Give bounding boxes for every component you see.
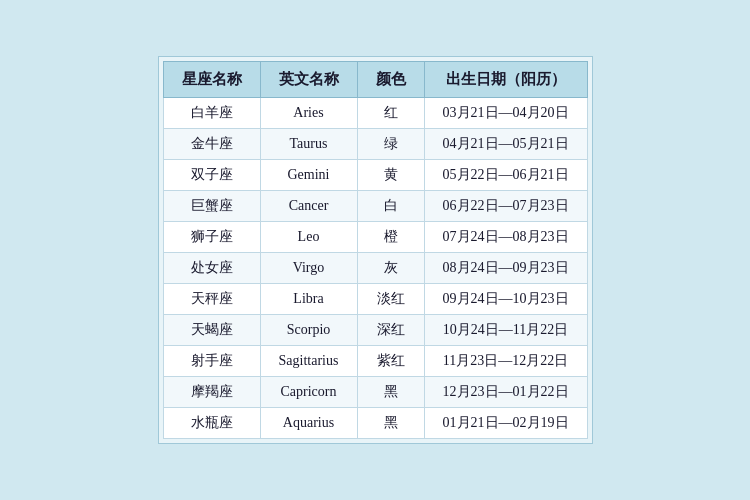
cell-row9-col0: 摩羯座 (163, 377, 260, 408)
cell-row4-col2: 橙 (357, 222, 424, 253)
cell-row3-col0: 巨蟹座 (163, 191, 260, 222)
cell-row1-col2: 绿 (357, 129, 424, 160)
table-row: 射手座Sagittarius紫红11月23日—12月22日 (163, 346, 587, 377)
cell-row4-col0: 狮子座 (163, 222, 260, 253)
cell-row5-col0: 处女座 (163, 253, 260, 284)
cell-row9-col2: 黑 (357, 377, 424, 408)
cell-row2-col1: Gemini (260, 160, 357, 191)
cell-row0-col3: 03月21日—04月20日 (424, 98, 587, 129)
cell-row7-col1: Scorpio (260, 315, 357, 346)
table-row: 狮子座Leo橙07月24日—08月23日 (163, 222, 587, 253)
cell-row8-col1: Sagittarius (260, 346, 357, 377)
cell-row1-col1: Taurus (260, 129, 357, 160)
table-row: 处女座Virgo灰08月24日—09月23日 (163, 253, 587, 284)
cell-row2-col2: 黄 (357, 160, 424, 191)
cell-row10-col2: 黑 (357, 408, 424, 439)
cell-row10-col1: Aquarius (260, 408, 357, 439)
cell-row8-col3: 11月23日—12月22日 (424, 346, 587, 377)
cell-row5-col2: 灰 (357, 253, 424, 284)
table-row: 金牛座Taurus绿04月21日—05月21日 (163, 129, 587, 160)
cell-row7-col0: 天蝎座 (163, 315, 260, 346)
cell-row3-col1: Cancer (260, 191, 357, 222)
col-header-color: 颜色 (357, 62, 424, 98)
cell-row3-col2: 白 (357, 191, 424, 222)
cell-row2-col3: 05月22日—06月21日 (424, 160, 587, 191)
table-header-row: 星座名称 英文名称 颜色 出生日期（阳历） (163, 62, 587, 98)
cell-row7-col3: 10月24日—11月22日 (424, 315, 587, 346)
cell-row2-col0: 双子座 (163, 160, 260, 191)
cell-row9-col3: 12月23日—01月22日 (424, 377, 587, 408)
cell-row6-col0: 天秤座 (163, 284, 260, 315)
zodiac-table-container: 星座名称 英文名称 颜色 出生日期（阳历） 白羊座Aries红03月21日—04… (158, 56, 593, 444)
table-row: 摩羯座Capricorn黑12月23日—01月22日 (163, 377, 587, 408)
table-row: 天秤座Libra淡红09月24日—10月23日 (163, 284, 587, 315)
cell-row6-col2: 淡红 (357, 284, 424, 315)
table-row: 白羊座Aries红03月21日—04月20日 (163, 98, 587, 129)
cell-row0-col0: 白羊座 (163, 98, 260, 129)
table-row: 水瓶座Aquarius黑01月21日—02月19日 (163, 408, 587, 439)
col-header-chinese: 星座名称 (163, 62, 260, 98)
cell-row5-col1: Virgo (260, 253, 357, 284)
col-header-english: 英文名称 (260, 62, 357, 98)
cell-row0-col2: 红 (357, 98, 424, 129)
cell-row10-col3: 01月21日—02月19日 (424, 408, 587, 439)
cell-row0-col1: Aries (260, 98, 357, 129)
cell-row5-col3: 08月24日—09月23日 (424, 253, 587, 284)
cell-row4-col3: 07月24日—08月23日 (424, 222, 587, 253)
cell-row4-col1: Leo (260, 222, 357, 253)
table-row: 天蝎座Scorpio深红10月24日—11月22日 (163, 315, 587, 346)
zodiac-table: 星座名称 英文名称 颜色 出生日期（阳历） 白羊座Aries红03月21日—04… (163, 61, 588, 439)
cell-row8-col0: 射手座 (163, 346, 260, 377)
cell-row1-col0: 金牛座 (163, 129, 260, 160)
cell-row1-col3: 04月21日—05月21日 (424, 129, 587, 160)
cell-row7-col2: 深红 (357, 315, 424, 346)
cell-row10-col0: 水瓶座 (163, 408, 260, 439)
table-row: 巨蟹座Cancer白06月22日—07月23日 (163, 191, 587, 222)
cell-row3-col3: 06月22日—07月23日 (424, 191, 587, 222)
cell-row6-col1: Libra (260, 284, 357, 315)
cell-row6-col3: 09月24日—10月23日 (424, 284, 587, 315)
cell-row8-col2: 紫红 (357, 346, 424, 377)
col-header-dates: 出生日期（阳历） (424, 62, 587, 98)
cell-row9-col1: Capricorn (260, 377, 357, 408)
table-row: 双子座Gemini黄05月22日—06月21日 (163, 160, 587, 191)
